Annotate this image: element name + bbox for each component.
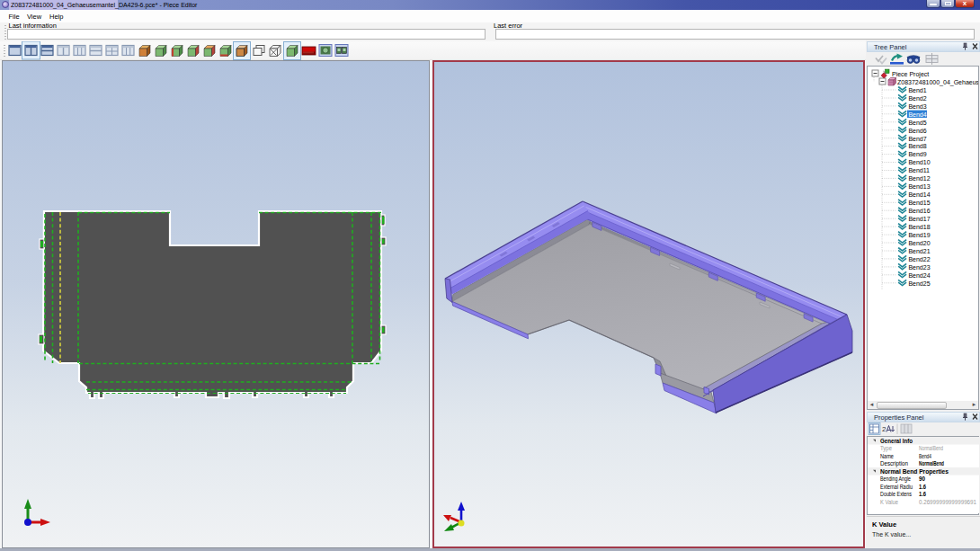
svg-text:Piece Project: Piece Project (892, 71, 929, 78)
svg-text:Bend9: Bend9 (908, 151, 926, 157)
svg-text:NormalBend: NormalBend (919, 445, 943, 451)
svg-text:Bend5: Bend5 (908, 120, 926, 126)
svg-text:Bend20: Bend20 (908, 240, 930, 246)
svg-text:Bend2: Bend2 (908, 95, 926, 102)
svg-text:Bend12: Bend12 (908, 175, 930, 182)
svg-text:Bend1: Bend1 (908, 87, 926, 93)
svg-text:Bend8: Bend8 (908, 143, 926, 149)
svg-text:Bend21: Bend21 (908, 248, 930, 254)
svg-text:Bend15: Bend15 (908, 200, 930, 206)
svg-text:Normal Bend Properties: Normal Bend Properties (880, 467, 949, 475)
svg-text:Type: Type (880, 445, 892, 452)
svg-text:Bend4: Bend4 (919, 453, 931, 459)
svg-text:General Info: General Info (880, 437, 913, 445)
svg-text:2: 2 (882, 425, 886, 433)
svg-text:1.6: 1.6 (919, 491, 926, 497)
svg-text:Bend6: Bend6 (908, 128, 926, 134)
svg-text:External Radiu: External Radiu (880, 484, 913, 490)
svg-text:90: 90 (919, 475, 925, 482)
svg-text:0.26999999999999691: 0.26999999999999691 (919, 499, 976, 505)
svg-text:Bending Angle: Bending Angle (880, 475, 911, 483)
svg-text:Bend11: Bend11 (908, 167, 930, 173)
svg-text:Bend13: Bend13 (908, 183, 930, 190)
svg-text:Bend10: Bend10 (908, 159, 930, 165)
svg-text:Z08372481000_04_Gehaeusemante: Z08372481000_04_Gehaeusemante (897, 79, 978, 86)
svg-text:1.6: 1.6 (919, 484, 926, 490)
svg-text:Name: Name (880, 453, 894, 459)
svg-text:Bend7: Bend7 (908, 136, 926, 142)
svg-text:Bend24: Bend24 (908, 272, 930, 279)
svg-text:Bend17: Bend17 (908, 216, 930, 222)
svg-text:Bend23: Bend23 (908, 264, 930, 271)
svg-text:Bend18: Bend18 (908, 224, 930, 230)
svg-text:Bend3: Bend3 (908, 103, 926, 110)
svg-text:Bend4: Bend4 (908, 111, 926, 118)
svg-text:Bend22: Bend22 (908, 256, 930, 262)
svg-text:NormalBend: NormalBend (919, 460, 944, 467)
svg-text:Bend19: Bend19 (908, 232, 930, 238)
svg-text:Bend14: Bend14 (908, 191, 930, 198)
svg-text:Bend16: Bend16 (908, 208, 930, 214)
svg-text:K Value: K Value (880, 499, 898, 505)
svg-text:Double Extens: Double Extens (880, 491, 912, 497)
svg-text:Bend25: Bend25 (908, 280, 930, 287)
